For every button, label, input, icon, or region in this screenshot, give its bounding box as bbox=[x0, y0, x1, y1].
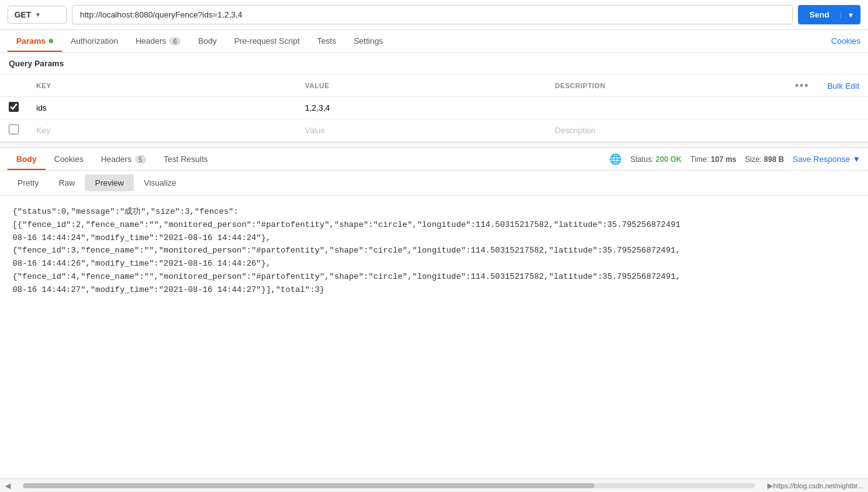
row-value-cell bbox=[296, 97, 546, 119]
desc-input[interactable] bbox=[555, 103, 777, 113]
response-tab-test-results[interactable]: Test Results bbox=[155, 148, 217, 170]
response-tabs-row: Body Cookies Headers 5 Test Results 🌐 St… bbox=[0, 148, 868, 171]
save-response-button[interactable]: Save Response ▼ bbox=[792, 154, 861, 164]
subtab-preview[interactable]: Preview bbox=[85, 174, 134, 191]
response-tab-headers-label: Headers bbox=[101, 154, 131, 164]
col-check-header bbox=[0, 75, 27, 97]
subtab-visualize-label: Visualize bbox=[144, 178, 176, 188]
table-new-row bbox=[0, 119, 868, 142]
response-tab-body-label: Body bbox=[16, 154, 37, 164]
response-tab-headers[interactable]: Headers 5 bbox=[92, 148, 154, 170]
new-key-input[interactable] bbox=[36, 126, 287, 135]
query-params-label: Query Params bbox=[0, 53, 868, 74]
query-params-section: Query Params KEY VALUE DESCRIPTION ••• B… bbox=[0, 53, 868, 142]
tab-tests[interactable]: Tests bbox=[309, 30, 345, 52]
size-label: Size: 898 B bbox=[745, 155, 784, 164]
col-bulk-header: Bulk Edit bbox=[818, 75, 868, 97]
tab-authorization-label: Authorization bbox=[71, 36, 118, 46]
col-desc-header: DESCRIPTION bbox=[546, 75, 786, 97]
tab-settings[interactable]: Settings bbox=[345, 30, 392, 52]
section-divider bbox=[0, 142, 868, 148]
new-row-more bbox=[786, 119, 818, 142]
response-tab-body[interactable]: Body bbox=[7, 148, 46, 170]
tab-pre-request[interactable]: Pre-request Script bbox=[226, 30, 309, 52]
json-content: {"status":0,"message":"成功","size":3,"fen… bbox=[12, 207, 681, 294]
tab-body-label: Body bbox=[198, 36, 217, 46]
status-label: Status: 200 OK bbox=[631, 155, 682, 164]
tab-headers-label: Headers bbox=[136, 36, 166, 46]
response-tab-cookies[interactable]: Cookies bbox=[46, 148, 92, 170]
save-response-label: Save Response bbox=[792, 154, 850, 164]
subtab-visualize[interactable]: Visualize bbox=[134, 174, 186, 191]
new-row-checkbox[interactable] bbox=[9, 124, 19, 134]
time-value: 107 ms bbox=[711, 155, 737, 164]
tab-tests-label: Tests bbox=[317, 36, 336, 46]
globe-icon: 🌐 bbox=[609, 153, 622, 165]
value-input[interactable] bbox=[305, 103, 537, 113]
row-check-cell bbox=[0, 97, 27, 119]
time-label: Time: 107 ms bbox=[691, 155, 737, 164]
row-checkbox[interactable] bbox=[9, 102, 19, 112]
row-bulk-cell bbox=[818, 97, 868, 119]
row-key-cell bbox=[27, 97, 296, 119]
subtab-pretty-label: Pretty bbox=[17, 178, 39, 188]
top-bar: GET ▼ Send ▼ bbox=[0, 0, 868, 30]
params-table: KEY VALUE DESCRIPTION ••• Bulk Edit bbox=[0, 74, 868, 142]
subtab-raw[interactable]: Raw bbox=[49, 174, 85, 191]
subtab-raw-label: Raw bbox=[59, 178, 75, 188]
send-label: Send bbox=[798, 10, 841, 19]
headers-badge: 6 bbox=[169, 37, 181, 46]
response-tab-test-results-label: Test Results bbox=[164, 154, 208, 164]
row-desc-cell bbox=[546, 97, 786, 119]
new-row-key-cell bbox=[27, 119, 296, 142]
params-dot bbox=[49, 39, 53, 43]
subtab-pretty[interactable]: Pretty bbox=[7, 174, 49, 191]
response-subtabs: Pretty Raw Preview Visualize bbox=[0, 171, 868, 196]
new-row-check bbox=[0, 119, 27, 142]
save-response-chevron: ▼ bbox=[852, 154, 861, 164]
method-select[interactable]: GET ▼ bbox=[7, 6, 67, 24]
col-value-header: VALUE bbox=[296, 75, 546, 97]
new-row-desc-cell bbox=[546, 119, 786, 142]
tab-body[interactable]: Body bbox=[189, 30, 226, 52]
send-dropdown-arrow[interactable]: ▼ bbox=[841, 11, 861, 19]
chevron-down-icon: ▼ bbox=[35, 11, 41, 18]
col-key-header: KEY bbox=[27, 75, 296, 97]
tab-params[interactable]: Params bbox=[7, 30, 62, 52]
key-input[interactable] bbox=[36, 103, 287, 113]
new-row-bulk bbox=[818, 119, 868, 142]
col-more-header: ••• bbox=[786, 75, 818, 97]
response-tab-cookies-label: Cookies bbox=[54, 154, 84, 164]
url-input[interactable] bbox=[72, 5, 793, 24]
params-header-row: KEY VALUE DESCRIPTION ••• Bulk Edit bbox=[0, 75, 868, 97]
cookies-link[interactable]: Cookies bbox=[831, 36, 861, 46]
response-body: {"status":0,"message":"成功","size":3,"fen… bbox=[0, 196, 868, 307]
row-more-cell bbox=[786, 97, 818, 119]
tab-headers[interactable]: Headers 6 bbox=[127, 30, 189, 52]
response-meta: 🌐 Status: 200 OK Time: 107 ms Size: 898 … bbox=[609, 153, 861, 165]
tab-pre-request-label: Pre-request Script bbox=[234, 36, 300, 46]
more-icon[interactable]: ••• bbox=[795, 80, 809, 91]
subtab-preview-label: Preview bbox=[95, 178, 124, 188]
new-row-value-cell bbox=[296, 119, 546, 142]
new-value-input[interactable] bbox=[305, 126, 537, 135]
send-button[interactable]: Send ▼ bbox=[798, 5, 861, 24]
tab-settings-label: Settings bbox=[354, 36, 383, 46]
status-value: 200 OK bbox=[656, 155, 681, 164]
new-desc-input[interactable] bbox=[555, 126, 777, 135]
table-row bbox=[0, 97, 868, 119]
size-value: 898 B bbox=[764, 155, 784, 164]
tab-params-label: Params bbox=[16, 36, 46, 46]
request-tabs: Params Authorization Headers 6 Body Pre-… bbox=[0, 30, 868, 53]
method-label: GET bbox=[14, 10, 31, 19]
response-headers-badge: 5 bbox=[135, 155, 146, 164]
bulk-edit-button[interactable]: Bulk Edit bbox=[827, 81, 859, 91]
tab-authorization[interactable]: Authorization bbox=[62, 30, 127, 52]
